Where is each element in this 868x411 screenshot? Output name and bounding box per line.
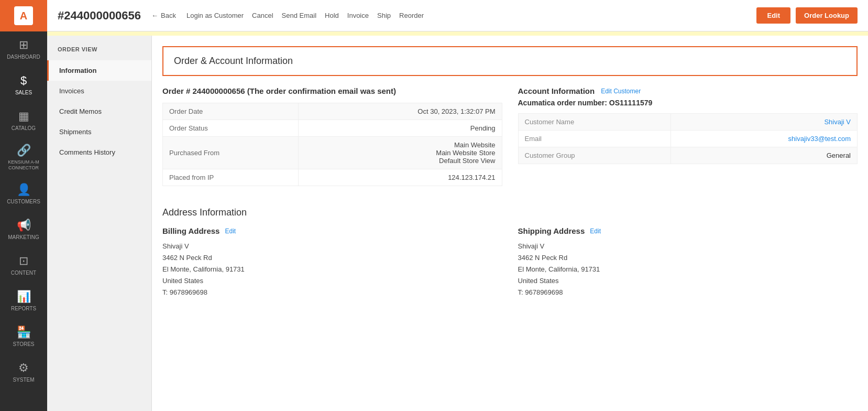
sidebar-item-label: Dashboard [7, 54, 40, 60]
field-value: Main Website Main Website Store Default … [299, 137, 502, 169]
page-header: #244000000656 ← Back Login as Customer C… [47, 0, 868, 31]
account-info-title: Account Information Edit Customer [518, 86, 858, 95]
field-value: Oct 30, 2023, 1:32:07 PM [299, 103, 502, 120]
marketing-icon: 📢 [17, 219, 31, 232]
sidebar-item-label: Sales [15, 90, 32, 96]
address-line: 3462 N Peck Rd [162, 252, 502, 264]
billing-address-title: Billing Address Edit [162, 226, 502, 235]
reports-icon: 📊 [17, 290, 31, 304]
field-label: Order Date [163, 103, 299, 120]
sidebar-item-label: KENSIUM A-M CONNECTOR [3, 159, 45, 171]
logo-icon: A [14, 6, 33, 25]
invoice-button[interactable]: Invoice [347, 12, 369, 19]
address-line: United States [162, 275, 502, 287]
left-nav-title: ORDER VIEW [47, 46, 151, 60]
table-row: Customer Name Shivaji V [518, 114, 858, 131]
shipping-address-text: Shivaji V 3462 N Peck Rd El Monte, Calif… [518, 241, 858, 298]
address-line: Shivaji V [518, 241, 858, 252]
billing-address-label: Billing Address [162, 226, 219, 235]
edit-button[interactable]: Edit [756, 7, 790, 24]
main-area: #244000000656 ← Back Login as Customer C… [47, 0, 868, 411]
order-info-col: Order # 244000000656 (The order confirma… [162, 86, 502, 186]
left-navigation: ORDER VIEW Information Invoices Credit M… [47, 36, 152, 411]
nav-item-comments-history[interactable]: Comments History [47, 142, 151, 163]
sidebar-logo[interactable]: A [0, 0, 47, 31]
login-as-customer-button[interactable]: Login as Customer [186, 12, 244, 19]
table-row: Order Date Oct 30, 2023, 1:32:07 PM [163, 103, 502, 120]
reorder-button[interactable]: Reorder [399, 12, 424, 19]
account-info-table: Customer Name Shivaji V Email shivajiv33… [518, 113, 858, 164]
sidebar-item-kensium[interactable]: 🔗 KENSIUM A-M CONNECTOR [0, 138, 47, 176]
field-label: Customer Group [518, 147, 671, 164]
sales-icon: $ [20, 74, 27, 88]
nav-item-shipments[interactable]: Shipments [47, 122, 151, 142]
nav-item-credit-memos[interactable]: Credit Memos [47, 101, 151, 122]
sidebar-item-content[interactable]: ⊡ Content [0, 247, 47, 283]
address-line: United States [518, 275, 858, 287]
page-content: Order & Account Information Order # 2440… [152, 36, 868, 411]
header-buttons: Edit Order Lookup [756, 7, 858, 24]
system-icon: ⚙ [18, 361, 29, 375]
shipping-edit-link[interactable]: Edit [590, 228, 601, 235]
field-value: 124.123.174.21 [299, 169, 502, 186]
order-info-header: Order # 244000000656 (The order confirma… [162, 86, 502, 95]
billing-address-text: Shivaji V 3462 N Peck Rd El Monte, Calif… [162, 241, 502, 298]
address-line: T: 9678969698 [162, 287, 502, 298]
billing-address-col: Billing Address Edit Shivaji V 3462 N Pe… [162, 226, 502, 298]
field-value[interactable]: Shivaji V [671, 114, 857, 131]
address-section-title: Address Information [162, 202, 858, 218]
sidebar-item-reports[interactable]: 📊 Reports [0, 283, 47, 319]
stores-icon: 🏪 [17, 326, 31, 339]
field-label: Customer Name [518, 114, 671, 131]
back-button[interactable]: ← Back [151, 12, 176, 19]
back-label: Back [161, 12, 176, 19]
header-actions: Login as Customer Cancel Send Email Hold… [186, 12, 757, 19]
dashboard-icon: ⊞ [19, 38, 28, 52]
account-info-col: Account Information Edit Customer Acumat… [518, 86, 858, 186]
sidebar-item-sales[interactable]: $ Sales [0, 67, 47, 103]
order-number: #244000000656 [58, 9, 141, 23]
field-value: Pending [299, 120, 502, 137]
address-line: El Monte, California, 91731 [162, 264, 502, 275]
back-arrow-icon: ← [151, 12, 158, 19]
field-value[interactable]: shivajiv33@test.com [671, 131, 857, 147]
field-label: Placed from IP [163, 169, 299, 186]
customers-icon: 👤 [17, 183, 31, 197]
address-section: Address Information Billing Address Edit… [162, 202, 858, 298]
sidebar-item-label: Reports [11, 306, 36, 312]
address-line: Shivaji V [162, 241, 502, 252]
content-area: ORDER VIEW Information Invoices Credit M… [47, 36, 868, 411]
sidebar-item-label: Marketing [8, 234, 39, 241]
table-row: Email shivajiv33@test.com [518, 131, 858, 147]
nav-item-invoices[interactable]: Invoices [47, 81, 151, 101]
sidebar-item-dashboard[interactable]: ⊞ Dashboard [0, 31, 47, 67]
sidebar-item-catalog[interactable]: ▦ Catalog [0, 103, 47, 138]
hold-button[interactable]: Hold [325, 12, 339, 19]
cancel-button[interactable]: Cancel [252, 12, 273, 19]
table-row: Purchased From Main Website Main Website… [163, 137, 502, 169]
table-row: Order Status Pending [163, 120, 502, 137]
ship-button[interactable]: Ship [377, 12, 391, 19]
notification-bar [47, 31, 868, 36]
order-account-columns: Order # 244000000656 (The order confirma… [162, 86, 858, 186]
order-info-table: Order Date Oct 30, 2023, 1:32:07 PM Orde… [162, 103, 502, 186]
sidebar-item-label: Catalog [12, 125, 36, 132]
shipping-address-title: Shipping Address Edit [518, 226, 858, 235]
sidebar-item-label: Stores [13, 341, 35, 348]
field-label: Order Status [163, 120, 299, 137]
nav-item-information[interactable]: Information [47, 60, 151, 81]
sidebar-item-marketing[interactable]: 📢 Marketing [0, 212, 47, 247]
table-row: Customer Group General [518, 147, 858, 164]
table-row: Placed from IP 124.123.174.21 [163, 169, 502, 186]
order-lookup-button[interactable]: Order Lookup [796, 7, 858, 24]
shipping-address-col: Shipping Address Edit Shivaji V 3462 N P… [518, 226, 858, 298]
account-info-label: Account Information [518, 86, 595, 95]
sidebar-item-customers[interactable]: 👤 Customers [0, 176, 47, 212]
sidebar-item-label: Content [11, 270, 36, 276]
order-account-section: Order & Account Information [162, 46, 858, 76]
sidebar-item-stores[interactable]: 🏪 Stores [0, 319, 47, 354]
sidebar-item-system[interactable]: ⚙ System [0, 354, 47, 390]
billing-edit-link[interactable]: Edit [225, 228, 236, 235]
send-email-button[interactable]: Send Email [282, 12, 316, 19]
edit-customer-link[interactable]: Edit Customer [601, 88, 641, 95]
